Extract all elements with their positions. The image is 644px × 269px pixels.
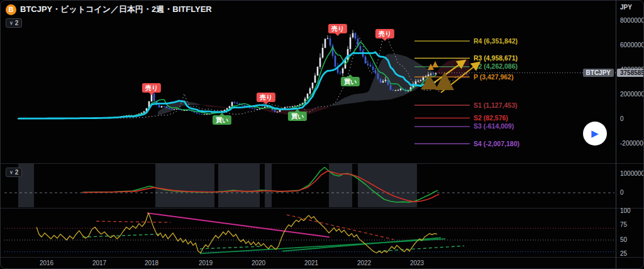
candle-body <box>231 102 233 106</box>
ichimoku-cloud <box>396 54 397 98</box>
ichimoku-cloud <box>465 59 467 78</box>
ichimoku-cloud <box>214 106 216 107</box>
trendline[interactable] <box>378 246 464 251</box>
candle-body <box>370 65 372 67</box>
time-axis[interactable]: 20162017201820192020202120222023 <box>1 258 616 269</box>
price-axis-label: -2000000 <box>620 140 644 147</box>
main-price-pane[interactable]: R4 (6,351,842)R3 (4,958,671)R2 (4,262,08… <box>1 1 616 163</box>
oscillator-pane[interactable] <box>1 163 616 208</box>
time-axis-year-label: 2021 <box>304 260 318 266</box>
trendline[interactable] <box>200 246 260 249</box>
ichimoku-cloud <box>256 108 258 109</box>
candle-body <box>166 106 168 108</box>
play-button[interactable]: ▶ <box>583 122 607 146</box>
ichimoku-cloud <box>411 59 413 92</box>
candle-body <box>312 83 314 88</box>
ichimoku-cloud <box>267 109 269 112</box>
candle-body <box>161 106 163 108</box>
candle-body <box>330 38 331 45</box>
ichimoku-cloud <box>375 71 377 101</box>
ichimoku-cloud <box>358 94 360 103</box>
ichimoku-cloud <box>447 61 448 77</box>
candle-body <box>259 109 261 110</box>
candle-body <box>372 67 374 70</box>
time-axis-year-label: 2019 <box>199 260 213 266</box>
ichimoku-cloud <box>264 109 265 111</box>
indicator-pane-collapse-button[interactable]: ∨ 2 <box>6 168 22 177</box>
symbol-legend[interactable]: B BTCJPY・ビットコイン／日本円・2週・BITFLYER <box>6 4 212 15</box>
highlight-band <box>265 164 272 207</box>
candle-body <box>158 105 160 108</box>
ichimoku-cloud <box>401 55 403 96</box>
ichimoku-cloud <box>309 108 311 114</box>
candle-body <box>340 72 341 73</box>
ichimoku-cloud <box>405 56 407 94</box>
main-pane-collapse-count: 2 <box>15 20 19 26</box>
ichimoku-cloud <box>330 106 331 107</box>
candle-body <box>309 88 311 93</box>
candle-body <box>307 94 309 99</box>
ichimoku-cloud <box>392 54 394 100</box>
rsi-canvas[interactable] <box>1 208 616 257</box>
price-axis-label: 6000000 <box>620 42 644 49</box>
ichimoku-cloud <box>162 108 164 114</box>
ichimoku-cloud <box>326 107 328 109</box>
pivot-level-label: S2 (82,576) <box>474 114 508 122</box>
ichimoku-cloud <box>160 109 162 115</box>
candle-body <box>435 73 437 74</box>
ichimoku-cloud <box>360 93 362 102</box>
candle-body <box>380 79 382 83</box>
candle-body <box>287 107 289 108</box>
rsi-pane[interactable] <box>1 208 616 257</box>
trendline[interactable] <box>147 213 330 237</box>
candle-body <box>171 109 173 110</box>
ichimoku-cloud <box>437 69 439 74</box>
candle-body <box>289 106 291 107</box>
chevron-down-icon: ∨ <box>9 20 13 26</box>
sell-signal-label: 売り <box>257 93 275 102</box>
bitcoin-icon: B <box>6 4 16 15</box>
candle-body <box>257 109 258 110</box>
trendline[interactable] <box>200 239 445 253</box>
trendline[interactable] <box>287 215 394 239</box>
trendline[interactable] <box>282 238 441 251</box>
candle-body <box>244 105 246 106</box>
candle-body <box>199 113 201 114</box>
candle-body <box>430 74 432 74</box>
candle-body <box>355 33 357 39</box>
main-pane-collapse-button[interactable]: ∨ 2 <box>6 18 22 28</box>
price-axis[interactable]: JPY 80000006000000400000020000000-200000… <box>616 1 644 269</box>
candle-body <box>196 113 198 114</box>
candle-body <box>284 107 286 108</box>
ichimoku-cloud <box>382 57 384 101</box>
trendline[interactable] <box>96 221 170 222</box>
time-axis-year-label: 2017 <box>92 260 106 266</box>
ichimoku-cloud <box>377 67 379 101</box>
price-axis-label: 2000000 <box>620 91 644 98</box>
ichimoku-cloud <box>341 98 343 105</box>
ichimoku-cloud <box>158 110 160 115</box>
candle-body <box>385 80 387 81</box>
ichimoku-cloud <box>192 102 194 105</box>
ichimoku-cloud <box>216 106 218 107</box>
ichimoku-cloud <box>328 106 330 108</box>
ichimoku-cloud <box>196 103 197 105</box>
ichimoku-cloud <box>171 103 173 112</box>
pivot-level-label: S3 (-614,009) <box>474 122 514 130</box>
ichimoku-cloud <box>354 94 356 103</box>
ichimoku-cloud <box>458 59 460 78</box>
candle-body <box>382 81 384 83</box>
ichimoku-cloud <box>164 106 165 113</box>
chevron-down-icon: ∨ <box>9 169 13 175</box>
highlight-band <box>329 164 352 207</box>
pivot-level-label: R2 (4,262,086) <box>474 62 518 70</box>
pivot-level-label: S1 (1,127,453) <box>474 101 517 109</box>
sell-signal-label: 売り <box>142 83 161 93</box>
ichimoku-cloud <box>265 109 267 112</box>
ichimoku-cloud <box>201 105 203 105</box>
oscillator-canvas[interactable] <box>1 163 616 208</box>
main-chart-canvas[interactable]: R4 (6,351,842)R3 (4,958,671)R2 (4,262,08… <box>1 1 616 163</box>
ichimoku-cloud <box>199 104 201 105</box>
candle-body <box>164 106 165 107</box>
ichimoku-cloud <box>220 106 222 108</box>
